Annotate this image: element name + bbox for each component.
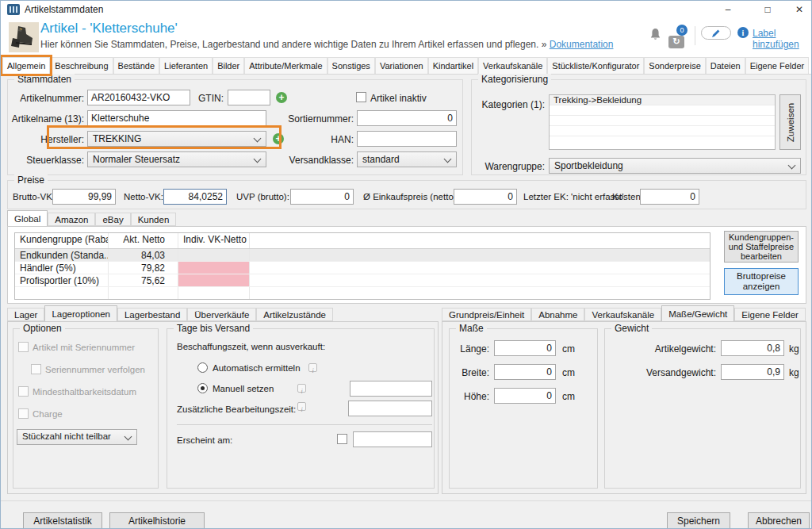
netto-vk-input[interactable]: 84,0252 [163,189,227,205]
staffelpreise-bearbeiten-button[interactable]: Kundengruppen- und Staffelpreise bearbei… [724,231,799,263]
lager-tab-bar: Lager Lageroptionen Lagerbestand Überver… [7,306,333,321]
mhd-checkbox[interactable] [18,386,29,397]
tab-global[interactable]: Global [7,210,48,226]
preis-tab-bar: Global Amazon eBay Kunden [7,211,176,226]
manuell-info-icon[interactable] [297,384,306,393]
minimize-button[interactable]: – [712,1,744,18]
seriennummer-checkbox[interactable] [18,342,29,352]
erscheint-am-checkbox[interactable] [337,434,347,444]
tab-kindartikel[interactable]: Kindartikel [428,57,478,74]
manuell-setzen-radio[interactable] [197,383,208,393]
table-row[interactable]: Endkunden (Standa... 84,03 [15,249,710,262]
mhd-label: Mindesthaltbarkeitsdatum [33,387,136,397]
automatisch-ermitteln-radio[interactable] [197,362,208,373]
tab-sonderpreise[interactable]: Sonderpreise [644,57,705,74]
dokumentation-link[interactable]: Dokumentation [550,39,614,50]
tab-eigene-felder[interactable]: Eigene Felder [745,57,810,74]
versandgewicht-input[interactable]: 0,9 [721,364,784,380]
seriennummer-verfolgen-checkbox[interactable] [31,364,41,374]
artikelgewicht-input[interactable]: 0,8 [721,340,784,356]
han-input[interactable] [357,131,457,147]
gtin-add-icon[interactable] [276,92,287,103]
einkaufspreis-input[interactable]: 0 [454,189,517,205]
sortiernummer-input[interactable]: 0 [357,110,457,126]
sync-icon[interactable] [668,36,684,48]
label-hinzufuegen-link[interactable]: Label hinzufügen [753,28,811,50]
cell-indiv[interactable] [178,274,250,286]
col-kundengruppe[interactable]: Kundengruppe (Raba... [15,233,109,248]
kategorien-list[interactable]: Trekking->Bekleidung [549,94,776,150]
bearbeitungszeit-label: Zusätzliche Bearbeitungszeit: [177,404,296,414]
hoehe-unit: cm [562,391,575,402]
tab-verkaufskanaele-detail[interactable]: Verkaufskanäle [584,308,661,321]
tab-lagerbestand[interactable]: Lagerbestand [117,308,187,321]
versandklasse-dropdown[interactable]: standard [357,151,457,167]
tab-lieferanten[interactable]: Lieferanten [159,57,213,74]
charge-checkbox[interactable] [18,408,29,419]
tab-artikelzustaende[interactable]: Artikelzustände [256,308,333,321]
speichern-button[interactable]: Speichern [667,512,730,529]
erscheint-am-label: Erscheint am: [177,435,232,445]
tab-ebay[interactable]: eBay [95,213,130,226]
tab-verkaufskanaele[interactable]: Verkaufskanäle [478,57,547,74]
warengruppe-label: Warengruppe: [472,161,545,172]
bearbeitungszeit-info-icon[interactable] [297,402,306,411]
tab-grundpreis-einheit[interactable]: Grundpreis/Einheit [442,308,531,321]
brutto-line2: anzeigen [737,282,786,292]
cell-indiv[interactable] [178,249,250,261]
tab-variationen[interactable]: Variationen [375,57,428,74]
notifications-bell-icon[interactable] [649,28,661,44]
gtin-input[interactable] [228,90,270,105]
table-row[interactable]: Profisportler (10%) 75,62 [15,274,710,287]
preis-tab-panel: Kundengruppe (Raba... Akt. Netto Indiv. … [7,226,806,304]
zuweisen-button[interactable]: Zuweisen [779,94,801,150]
tab-sonstiges[interactable]: Sonstiges [327,57,375,74]
tab-abnahme[interactable]: Abnahme [531,308,584,321]
warengruppe-dropdown[interactable]: Sportbekleidung [549,158,801,174]
erscheint-am-input[interactable] [353,431,432,447]
col-akt-netto[interactable]: Akt. Netto [109,233,178,248]
col-indiv-vk-netto[interactable]: Indiv. VK-Netto [178,233,250,248]
tab-stueckliste-konfigurator[interactable]: Stückliste/Konfigurator [547,57,644,74]
artikelhistorie-button[interactable]: Artikelhistorie [109,512,205,529]
tab-bestaende[interactable]: Bestände [113,57,159,74]
tab-bilder[interactable]: Bilder [213,57,244,74]
hoehe-input[interactable]: 0 [494,388,556,404]
artikel-inaktiv-checkbox[interactable] [356,92,366,102]
titlebar: Artikelstammdaten – □ ✕ [1,1,811,18]
kosten-input[interactable]: 0 [640,189,699,205]
tab-ueberverkaeufe[interactable]: Überverkäufe [187,308,256,321]
tab-eigene-felder-detail[interactable]: Eigene Felder [734,308,806,321]
auto-info-icon[interactable] [308,363,317,372]
tab-dateien[interactable]: Dateien [706,57,745,74]
gewicht-groupbox: Gewicht Artikelgewicht: 0,8 kg Versandge… [604,328,801,489]
kategorie-item[interactable]: Trekking->Bekleidung [550,95,775,105]
abbrechen-button[interactable]: Abbrechen [748,512,810,529]
uvp-input[interactable]: 0 [290,189,354,205]
cell-indiv[interactable] [178,262,250,274]
maximize-button[interactable]: □ [752,1,783,18]
tab-lager[interactable]: Lager [7,308,44,321]
stueckzahl-dropdown[interactable]: Stückzahl nicht teilbar [17,429,137,445]
bruttopreise-anzeigen-button[interactable]: Bruttopreise anzeigen [724,268,799,295]
breite-input[interactable]: 0 [494,364,556,380]
artikelnummer-input[interactable]: AR20160432-VKO [87,90,190,105]
laenge-label: Länge: [450,343,489,355]
tab-attribute-merkmale[interactable]: Attribute/Merkmale [244,57,327,74]
tab-amazon[interactable]: Amazon [48,213,95,226]
bearbeitungszeit-input[interactable] [348,401,432,416]
netto-vk-label: Netto-VK: [124,192,163,201]
artikelstatistik-button[interactable]: Artikelstatistik [23,512,102,529]
tab-lageroptionen[interactable]: Lageroptionen [44,305,117,321]
tab-kunden[interactable]: Kunden [131,213,177,226]
tab-beschreibung[interactable]: Beschreibung [50,57,113,74]
brutto-vk-input[interactable]: 99,99 [52,189,116,205]
tab-masse-gewicht[interactable]: Maße/Gewicht [661,305,734,321]
tab-allgemein[interactable]: Allgemein [2,57,50,74]
table-row[interactable]: Händler (5%) 79,82 [15,262,710,274]
laenge-input[interactable]: 0 [494,340,556,356]
han-label: HAN: [214,134,354,145]
edit-pill-button[interactable] [701,26,731,40]
manuell-setzen-input[interactable] [350,381,432,397]
close-button[interactable]: ✕ [786,1,812,18]
